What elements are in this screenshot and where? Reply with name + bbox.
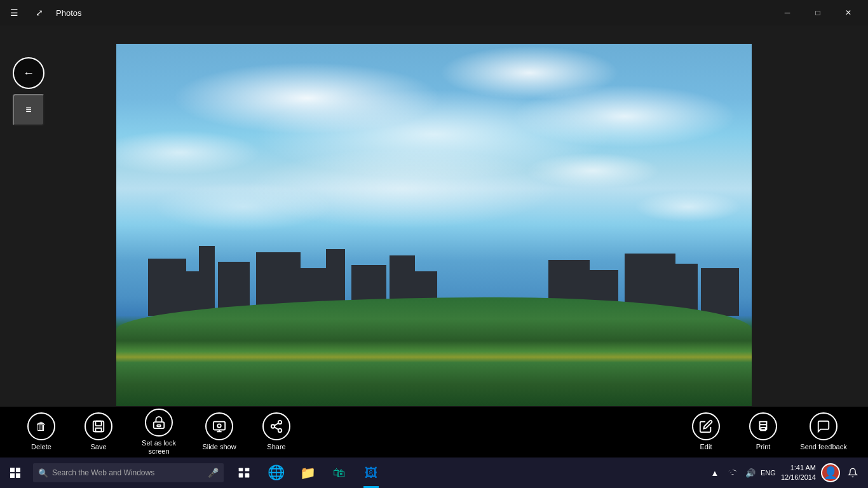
expand-button[interactable]: ⤢ [31,4,48,22]
edit-label: Edit [700,443,712,451]
svg-line-10 [275,423,278,426]
avatar-image: 👤 [824,466,837,480]
print-button[interactable]: Print [735,407,792,458]
tree-layer [116,297,752,406]
share-icon [262,412,290,440]
search-bar[interactable]: 🔍 Search the Web and Windows 🎤 [33,463,224,482]
svg-rect-16 [245,473,250,478]
taskbar-app-list: 🌐 📁 🛍 🖼 [229,458,386,488]
save-button[interactable]: Save [70,407,127,458]
menu-icon: ≡ [25,104,31,116]
print-icon [749,412,777,440]
svg-rect-4 [214,422,225,430]
notification-center-button[interactable] [843,458,863,488]
titlebar-left: ☰ ⤢ Photos [5,4,81,22]
expand-icon: ⤢ [36,8,43,18]
set-lock-screen-label: Set as lockscreen [142,439,176,456]
bottom-toolbar: 🗑 Delete Save Set as [0,407,868,458]
building [701,268,739,316]
menu-button[interactable]: ≡ [13,94,44,126]
minimize-icon: ─ [785,8,790,17]
task-view-button[interactable] [229,458,259,488]
svg-point-5 [217,424,221,428]
slide-show-icon [205,412,233,440]
delete-button[interactable]: 🗑 Delete [13,407,70,458]
photos-taskbar[interactable]: 🖼 [356,458,386,488]
app-title: Photos [56,8,81,18]
svg-rect-15 [239,473,243,478]
slide-show-label: Slide show [202,443,236,451]
photo-image [116,44,752,406]
share-button[interactable]: Share [248,407,305,458]
close-icon: ✕ [845,8,851,17]
photo-display [116,44,752,406]
photo-viewer-area: ← ≡ [0,25,868,424]
slide-show-button[interactable]: Slide show [191,407,248,458]
building [199,246,215,316]
delete-icon: 🗑 [27,412,55,440]
maximize-button[interactable]: □ [803,0,832,25]
volume-icon[interactable]: 🔊 [743,458,758,488]
svg-line-9 [275,428,278,430]
print-label: Print [756,443,771,451]
language-indicator[interactable]: ENG [761,458,776,488]
lock-screen-icon [145,409,173,437]
title-bar: ☰ ⤢ Photos ─ □ ✕ [0,0,868,25]
send-feedback-icon [810,412,837,440]
titlebar-right: ─ □ ✕ [773,0,863,25]
taskbar: 🔍 Search the Web and Windows 🎤 🌐 📁 🛍 🖼 [0,458,868,488]
back-button[interactable]: ← [13,57,44,89]
svg-rect-3 [157,424,161,426]
building [173,271,199,316]
send-feedback-label: Send feedback [800,443,846,451]
search-placeholder-text: Search the Web and Windows [52,468,204,477]
show-hidden-icons-button[interactable]: ▲ [707,458,722,488]
svg-point-6 [278,421,282,424]
send-feedback-button[interactable]: Send feedback [792,407,855,458]
edit-icon [692,412,720,440]
svg-rect-1 [95,421,101,426]
network-icon[interactable] [725,458,740,488]
edit-button[interactable]: Edit [677,407,735,458]
hamburger-icon: ☰ [10,8,18,18]
svg-rect-13 [239,468,243,471]
windows-logo-icon [10,468,20,478]
maximize-icon: □ [815,8,820,17]
search-icon: 🔍 [38,468,48,478]
nav-buttons: ← ≡ [13,57,44,126]
system-tray: ▲ 🔊 ENG 1:41 AM 12/16/2014 👤 [707,458,868,488]
svg-rect-14 [245,468,250,471]
toolbar-right-group: Edit Print Send feedback [677,407,855,458]
save-icon [85,412,112,440]
file-explorer-taskbar[interactable]: 📁 [292,458,323,488]
set-lock-screen-button[interactable]: Set as lockscreen [127,407,191,458]
internet-explorer-taskbar[interactable]: 🌐 [261,458,291,488]
svg-rect-12 [761,428,765,431]
microphone-icon[interactable]: 🎤 [208,468,219,478]
delete-label: Delete [31,443,51,451]
clock[interactable]: 1:41 AM 12/16/2014 [778,458,818,488]
start-button[interactable] [0,458,31,488]
clock-date: 12/16/2014 [781,473,816,482]
toolbar-left-group: 🗑 Delete Save Set as [13,407,305,458]
close-button[interactable]: ✕ [834,0,863,25]
svg-point-7 [271,425,275,429]
hamburger-menu-button[interactable]: ☰ [5,4,23,22]
clock-time: 1:41 AM [790,463,816,473]
svg-point-8 [278,429,282,433]
save-label: Save [90,443,106,451]
share-label: Share [267,443,285,451]
back-icon: ← [23,67,34,80]
user-avatar[interactable]: 👤 [821,463,840,482]
store-taskbar[interactable]: 🛍 [324,458,355,488]
minimize-button[interactable]: ─ [773,0,802,25]
